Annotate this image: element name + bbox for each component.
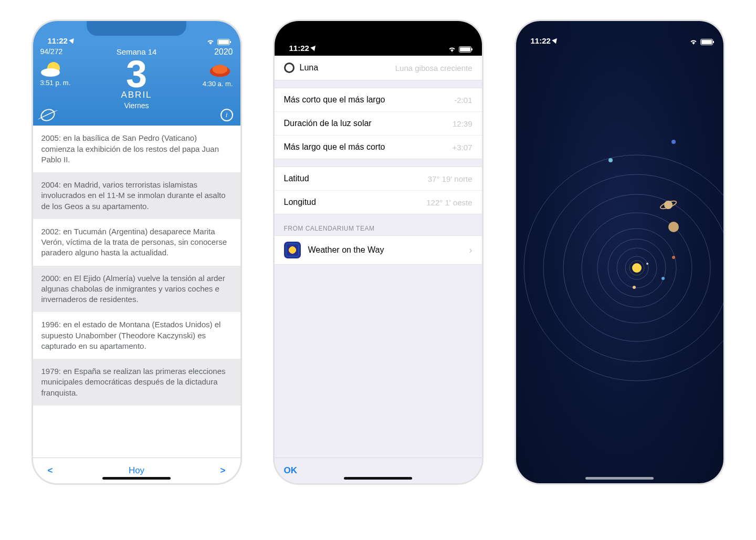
status-time: 11:22 bbox=[531, 36, 558, 45]
planet-uranus bbox=[608, 158, 613, 162]
detail-row: Longitud 122° 1' oeste bbox=[275, 191, 482, 214]
day-of-year: 94/272 bbox=[40, 47, 63, 56]
sunset-time: 3:51 p. m. bbox=[40, 79, 71, 87]
event-row[interactable]: 1996: en el estado de Montana (Estados U… bbox=[33, 312, 240, 359]
screenshot-day-details: 11:22 Luna Luna gibosa creciente Más cor… bbox=[275, 21, 482, 483]
weekday-label: Viernes bbox=[124, 101, 149, 110]
location-arrow-icon bbox=[552, 37, 559, 44]
planet-saturn bbox=[659, 200, 677, 210]
row-key: Latitud bbox=[284, 174, 309, 183]
row-value: +3:07 bbox=[453, 143, 472, 152]
planet-earth bbox=[662, 277, 665, 280]
status-clock: 11:22 bbox=[48, 36, 68, 45]
event-row[interactable]: 2005: en la basílica de San Pedro (Vatic… bbox=[33, 126, 240, 172]
detail-row: Latitud 37° 19' norte bbox=[275, 167, 482, 191]
chevron-right-icon: › bbox=[469, 245, 472, 256]
planet-icon[interactable] bbox=[38, 107, 57, 124]
promo-header: FROM CALENDARIUM TEAM bbox=[275, 214, 482, 235]
detail-row: Más largo que el más corto +3:07 bbox=[275, 136, 482, 159]
solar-system-view[interactable] bbox=[516, 21, 723, 483]
event-row[interactable]: 1979: en España se realizan las primeras… bbox=[33, 359, 240, 406]
wifi-icon bbox=[206, 39, 215, 45]
wifi-icon bbox=[689, 39, 698, 45]
row-key: Más corto que el más largo bbox=[284, 95, 385, 105]
status-icons bbox=[448, 46, 471, 53]
moon-label: Luna bbox=[300, 63, 319, 72]
orbit-ring bbox=[524, 155, 723, 381]
year-label: 2020 bbox=[214, 47, 233, 57]
status-time: 11:22 bbox=[48, 36, 75, 45]
status-clock: 11:22 bbox=[531, 36, 551, 45]
battery-icon bbox=[459, 46, 471, 53]
events-list[interactable]: 2005: en la basílica de San Pedro (Vatic… bbox=[33, 126, 240, 458]
moon-phase-row[interactable]: Luna Luna gibosa creciente bbox=[275, 56, 482, 80]
planet-mercury bbox=[646, 263, 648, 265]
daylight-section: Más corto que el más largo -2:01 Duració… bbox=[275, 88, 482, 159]
promo-app-icon bbox=[284, 242, 301, 258]
month-label: ABRIL bbox=[121, 90, 152, 100]
row-key: Longitud bbox=[284, 198, 316, 207]
row-value: 122° 1' oeste bbox=[426, 198, 472, 207]
location-arrow-icon bbox=[69, 37, 76, 44]
planet-jupiter bbox=[668, 222, 679, 232]
notch bbox=[87, 21, 186, 36]
info-icon[interactable]: i bbox=[220, 109, 233, 121]
notch bbox=[328, 21, 428, 36]
status-icons bbox=[206, 39, 230, 45]
home-indicator[interactable] bbox=[344, 477, 412, 480]
next-day-button[interactable]: > bbox=[220, 465, 226, 476]
status-icons bbox=[689, 39, 713, 45]
promo-app-row[interactable]: Weather on the Way › bbox=[275, 235, 482, 265]
promo-app-name: Weather on the Way bbox=[308, 245, 469, 255]
sun-icon bbox=[632, 263, 642, 273]
notch bbox=[570, 21, 669, 36]
sunrise-time: 4:30 a. m. bbox=[203, 80, 233, 88]
screenshot-calendar-day: 11:22 94/272 3:51 p. m. Semana 14 bbox=[33, 21, 240, 483]
planet-neptune bbox=[671, 140, 676, 144]
location-arrow-icon bbox=[310, 44, 317, 51]
location-section: Latitud 37° 19' norte Longitud 122° 1' o… bbox=[275, 167, 482, 214]
planet-mars bbox=[672, 256, 675, 259]
wifi-icon bbox=[448, 46, 456, 53]
svg-point-3 bbox=[213, 65, 228, 74]
home-indicator[interactable] bbox=[585, 477, 654, 480]
detail-row: Duración de la luz solar 12:39 bbox=[275, 112, 482, 136]
sunrise-icon bbox=[207, 58, 233, 79]
svg-point-5 bbox=[664, 201, 673, 209]
sunset-icon bbox=[40, 57, 66, 78]
row-value: -2:01 bbox=[454, 96, 472, 105]
home-indicator[interactable] bbox=[102, 477, 171, 480]
day-header: 94/272 3:51 p. m. Semana 14 3 ABRIL Vier… bbox=[33, 46, 240, 126]
moon-phase-value: Luna gibosa creciente bbox=[395, 64, 472, 72]
battery-icon bbox=[217, 39, 230, 45]
status-time: 11:22 bbox=[289, 44, 317, 53]
status-clock: 11:22 bbox=[289, 44, 309, 53]
row-key: Duración de la luz solar bbox=[284, 119, 372, 128]
today-button[interactable]: Hoy bbox=[129, 465, 144, 476]
row-value: 37° 19' norte bbox=[428, 174, 472, 183]
row-value: 12:39 bbox=[453, 119, 472, 128]
prev-day-button[interactable]: < bbox=[48, 465, 53, 476]
moon-icon bbox=[284, 63, 295, 73]
svg-point-1 bbox=[41, 68, 60, 77]
detail-row: Más corto que el más largo -2:01 bbox=[275, 88, 482, 112]
event-row[interactable]: 2004: en Madrid, varios terroristas isla… bbox=[33, 172, 240, 219]
event-row[interactable]: 2000: en El Ejido (Almería) vuelve la te… bbox=[33, 266, 240, 313]
day-number: 3 bbox=[126, 56, 147, 92]
battery-icon bbox=[700, 39, 713, 45]
planet-venus bbox=[633, 286, 636, 289]
event-row[interactable]: 2002: en Tucumán (Argentina) desaparece … bbox=[33, 219, 240, 266]
row-key: Más largo que el más corto bbox=[284, 142, 385, 152]
screenshot-solar-system: 11:22 bbox=[516, 21, 723, 483]
